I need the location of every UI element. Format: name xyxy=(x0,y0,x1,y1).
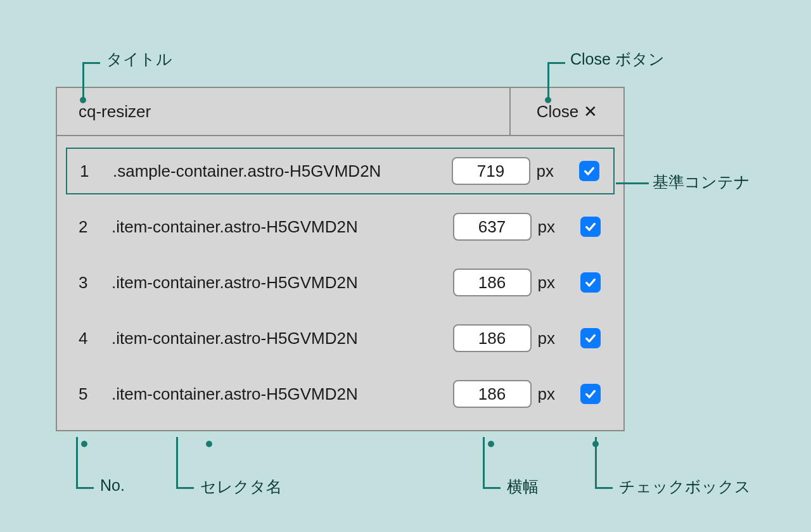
annotation-base-container: 基準コンテナ xyxy=(653,172,750,193)
list-row: 1.sample-container.astro-H5GVMD2Npx xyxy=(66,148,615,194)
annotation-line xyxy=(483,487,501,489)
row-number: 2 xyxy=(75,217,112,237)
px-unit-label: px xyxy=(538,273,555,293)
annotation-line xyxy=(176,437,178,488)
annotation-dot xyxy=(545,97,551,103)
row-width-group: px xyxy=(453,380,555,408)
row-width-group: px xyxy=(453,269,555,296)
px-unit-label: px xyxy=(537,162,554,181)
annotation-dot xyxy=(81,441,87,447)
annotation-line xyxy=(76,437,78,488)
row-selector: .item-container.astro-H5GVMD2N xyxy=(112,384,453,404)
annotation-width: 横幅 xyxy=(507,476,539,497)
panel-title: cq-resizer xyxy=(57,88,509,135)
px-unit-label: px xyxy=(538,329,555,348)
row-selector: .sample-container.astro-H5GVMD2N xyxy=(113,162,452,181)
list-row: 4.item-container.astro-H5GVMD2Npx xyxy=(66,315,615,362)
px-unit-label: px xyxy=(538,217,555,237)
row-checkbox[interactable] xyxy=(580,384,601,404)
row-number: 4 xyxy=(75,329,112,348)
row-width-group: px xyxy=(453,324,555,352)
annotation-dot xyxy=(592,441,599,447)
row-checkbox[interactable] xyxy=(580,328,601,348)
panel-header: cq-resizer Close ✕ xyxy=(57,88,623,136)
check-icon xyxy=(582,164,596,178)
check-icon xyxy=(584,276,597,289)
row-number: 1 xyxy=(76,162,113,181)
annotation-line xyxy=(76,487,94,489)
row-checkbox[interactable] xyxy=(579,161,599,181)
annotation-dot xyxy=(80,97,86,103)
row-checkbox[interactable] xyxy=(580,272,601,293)
annotation-close-button: Close ボタン xyxy=(570,49,665,70)
width-input[interactable] xyxy=(452,157,530,185)
width-input[interactable] xyxy=(453,269,532,296)
annotation-line xyxy=(82,62,84,100)
annotation-checkbox: チェックボックス xyxy=(619,476,751,497)
check-icon xyxy=(584,220,597,234)
row-checkbox[interactable] xyxy=(580,217,601,237)
row-checkbox-cell xyxy=(578,161,601,181)
row-selector: .item-container.astro-H5GVMD2N xyxy=(112,273,453,293)
annotation-selector-name: セレクタ名 xyxy=(200,476,282,497)
row-number: 5 xyxy=(75,384,112,404)
check-icon xyxy=(584,387,597,401)
close-icon: ✕ xyxy=(584,102,597,122)
list-row: 5.item-container.astro-H5GVMD2Npx xyxy=(66,370,615,417)
width-input[interactable] xyxy=(453,324,532,352)
annotation-title: タイトル xyxy=(106,49,172,70)
annotation-line xyxy=(595,487,613,489)
row-width-group: px xyxy=(453,213,555,241)
annotation-line xyxy=(176,487,194,489)
row-checkbox-cell xyxy=(579,384,602,404)
px-unit-label: px xyxy=(538,384,555,404)
list-row: 2.item-container.astro-H5GVMD2Npx xyxy=(66,203,615,250)
width-input[interactable] xyxy=(453,213,532,241)
row-selector: .item-container.astro-H5GVMD2N xyxy=(112,329,453,348)
panel-body: 1.sample-container.astro-H5GVMD2Npx2.ite… xyxy=(57,136,623,430)
annotation-line xyxy=(483,437,485,488)
annotation-no: No. xyxy=(100,476,125,495)
row-checkbox-cell xyxy=(579,272,602,293)
row-checkbox-cell xyxy=(579,328,602,348)
row-checkbox-cell xyxy=(579,217,602,237)
list-row: 3.item-container.astro-H5GVMD2Npx xyxy=(66,259,615,306)
cq-resizer-panel: cq-resizer Close ✕ 1.sample-container.as… xyxy=(56,87,625,431)
annotation-line xyxy=(82,62,100,64)
close-label: Close xyxy=(537,102,578,122)
close-button[interactable]: Close ✕ xyxy=(509,88,623,135)
row-selector: .item-container.astro-H5GVMD2N xyxy=(112,217,453,237)
row-number: 3 xyxy=(75,273,112,293)
annotation-dot xyxy=(206,441,212,447)
check-icon xyxy=(584,331,597,345)
width-input[interactable] xyxy=(453,380,532,408)
annotation-line xyxy=(616,182,649,184)
annotation-line xyxy=(547,62,565,64)
row-width-group: px xyxy=(452,157,554,185)
annotation-dot xyxy=(488,441,494,447)
annotation-line xyxy=(547,62,549,100)
